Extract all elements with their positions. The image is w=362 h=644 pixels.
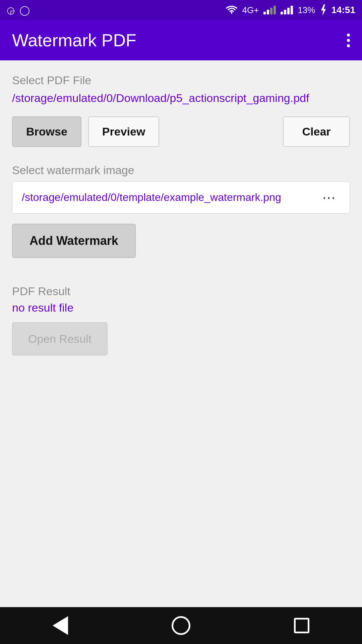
pdf-file-section: Select PDF File /storage/emulated/0/Down… [12, 74, 350, 147]
svg-marker-0 [321, 4, 326, 16]
camera-icon: ◯ [19, 5, 30, 16]
pdf-section-label: Select PDF File [12, 74, 350, 87]
app-title: Watermark PDF [12, 30, 136, 50]
nav-bar [0, 607, 362, 644]
signal-bars [263, 6, 276, 14]
watermark-more-button[interactable]: ⋯ [319, 190, 340, 205]
status-bar: ◶ ◯ 4G+ 13% [0, 0, 362, 20]
watermark-path-row: /storage/emulated/0/template/example_wat… [12, 181, 350, 214]
photo-icon: ◶ [7, 5, 15, 16]
more-options-button[interactable] [347, 34, 350, 47]
home-button[interactable] [168, 612, 194, 639]
watermark-file-path: /storage/emulated/0/template/example_wat… [22, 190, 319, 205]
battery-percentage: 13% [298, 5, 315, 15]
status-right-info: 4G+ 13% 14:51 [226, 4, 355, 16]
recents-button[interactable] [288, 612, 315, 639]
status-time: 14:51 [331, 5, 355, 15]
result-section-label: PDF Result [12, 285, 350, 298]
watermark-section-label: Select watermark image [12, 164, 350, 177]
add-watermark-button[interactable]: Add Watermark [12, 224, 136, 258]
back-icon [53, 616, 68, 635]
result-section: PDF Result no result file Open Result [12, 285, 350, 356]
preview-button[interactable]: Preview [88, 116, 160, 147]
status-left-icons: ◶ ◯ [7, 5, 30, 16]
home-icon [172, 616, 190, 635]
open-result-button[interactable]: Open Result [12, 322, 108, 356]
browse-button[interactable]: Browse [12, 116, 81, 147]
pdf-file-path: /storage/emulated/0/Download/p5_actionsc… [12, 90, 350, 106]
network-type: 4G+ [242, 5, 259, 15]
battery-charging-icon [320, 4, 326, 16]
main-content: Select PDF File /storage/emulated/0/Down… [0, 60, 362, 607]
clear-button[interactable]: Clear [283, 116, 350, 147]
app-bar: Watermark PDF [0, 20, 362, 60]
signal-bars-2 [281, 6, 293, 14]
back-button[interactable] [47, 612, 74, 639]
recents-icon [294, 618, 309, 633]
no-result-text: no result file [12, 301, 350, 314]
wifi-icon [226, 6, 237, 14]
watermark-section: Select watermark image /storage/emulated… [12, 164, 350, 275]
pdf-button-row: Browse Preview Clear [12, 116, 350, 147]
